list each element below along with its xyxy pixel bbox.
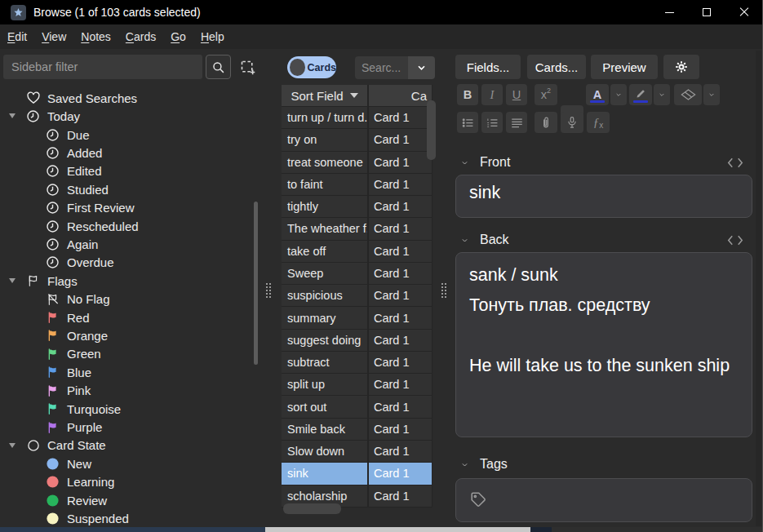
expand-arrow-icon[interactable] (9, 278, 16, 283)
tags-section-header[interactable]: Tags (455, 455, 752, 473)
bottom-hscrollbar-thumb[interactable] (265, 527, 530, 532)
card-search-input[interactable] (355, 56, 408, 79)
back-section-header[interactable]: Back (455, 231, 752, 249)
sidebar-item-no-flag[interactable]: No Flag (0, 290, 263, 308)
sidebar-filter-input[interactable] (3, 55, 202, 79)
sidebar-item-green[interactable]: Green (0, 345, 263, 363)
sidebar-item-edited[interactable]: Edited (0, 162, 263, 180)
column-header-sort-field[interactable]: Sort Field (282, 85, 367, 106)
sidebar-item-first-review[interactable]: First Review (0, 198, 263, 216)
remove-formatting-dropdown[interactable] (703, 84, 720, 105)
preview-button[interactable]: Preview (591, 55, 658, 79)
menu-notes[interactable]: Notes (81, 30, 111, 43)
fields-button[interactable]: Fields... (455, 55, 521, 79)
sidebar-item-card-state[interactable]: Card State (0, 437, 263, 454)
maximize-button[interactable] (688, 0, 725, 24)
menu-go[interactable]: Go (171, 30, 186, 43)
table-row[interactable]: Slow downCard 1 (282, 441, 433, 462)
sidebar-multiselect-button[interactable] (236, 56, 259, 78)
text-color-dropdown[interactable] (610, 84, 627, 105)
sidebar-item-orange[interactable]: Orange (0, 326, 263, 344)
table-row[interactable]: summaryCard 1 (282, 307, 433, 328)
back-field[interactable]: sank / sunkТонуть плав. средству He will… (455, 252, 752, 437)
minimize-button[interactable] (650, 0, 688, 24)
sidebar-item-due[interactable]: Due (0, 126, 263, 144)
highlight-dropdown[interactable] (654, 84, 670, 105)
sidebar-item-again[interactable]: Again (0, 235, 263, 253)
collapse-chevron-icon[interactable] (460, 159, 469, 166)
table-row[interactable]: tightlyCard 1 (282, 196, 433, 217)
table-row[interactable]: suspiciousCard 1 (282, 285, 433, 306)
sidebar-item-suspended[interactable]: Suspended (0, 509, 263, 526)
sidebar-item-today[interactable]: Today (0, 107, 263, 125)
sidebar-item-turquoise[interactable]: Turquoise (0, 400, 263, 418)
splitter-right[interactable] (438, 49, 450, 526)
search-history-dropdown[interactable] (408, 56, 435, 79)
expand-arrow-icon[interactable] (9, 113, 16, 118)
column-header-card[interactable]: Ca (369, 85, 432, 106)
menu-cards[interactable]: Cards (126, 30, 156, 43)
tags-field[interactable] (455, 478, 752, 522)
cards-notes-toggle[interactable]: Cards (287, 56, 336, 78)
html-editor-icon[interactable] (726, 157, 744, 169)
menu-edit[interactable]: Edit (7, 30, 27, 43)
sidebar-item-purple[interactable]: Purple (0, 418, 263, 436)
sidebar-item-learning[interactable]: Learning (0, 473, 263, 491)
table-horizontal-scrollbar[interactable] (283, 503, 341, 514)
sidebar-item-added[interactable]: Added (0, 144, 263, 162)
bottom-hscrollbar-track[interactable] (552, 527, 763, 532)
sidebar-item-rescheduled[interactable]: Rescheduled (0, 217, 263, 235)
table-row[interactable]: subtractCard 1 (282, 352, 433, 373)
record-audio-button[interactable] (561, 112, 583, 133)
sidebar-item-new[interactable]: New (0, 454, 263, 472)
highlight-button[interactable] (629, 84, 652, 105)
attachment-button[interactable] (535, 112, 557, 133)
table-row[interactable]: turn up / turn d...Card 1 (282, 107, 433, 128)
table-row[interactable]: try onCard 1 (282, 129, 433, 150)
sidebar-item-review[interactable]: Review (0, 491, 263, 509)
sidebar-search-button[interactable] (206, 55, 231, 79)
table-row[interactable]: split upCard 1 (282, 374, 433, 395)
sidebar-item-red[interactable]: Red (0, 308, 263, 326)
text-color-button[interactable]: A (586, 84, 609, 105)
front-field[interactable]: sink (455, 175, 752, 218)
sidebar-item-overdue[interactable]: Overdue (0, 254, 263, 272)
splitter-left[interactable] (263, 49, 274, 526)
menu-help[interactable]: Help (201, 30, 224, 43)
table-row[interactable]: Smile backCard 1 (282, 419, 433, 440)
editor-scrollbar-track[interactable] (756, 51, 761, 526)
table-row[interactable]: suggest doingCard 1 (282, 330, 433, 351)
bullet-list-button[interactable] (457, 112, 478, 133)
table-row[interactable]: sort outCard 1 (282, 396, 433, 417)
table-row[interactable]: The wheather f...Card 1 (282, 218, 433, 239)
editor-settings-button[interactable] (663, 55, 699, 79)
table-row[interactable]: sinkCard 1 (282, 463, 433, 484)
bold-button[interactable]: B (457, 84, 478, 105)
justify-button[interactable] (506, 112, 527, 133)
collapse-chevron-icon[interactable] (460, 461, 469, 468)
underline-button[interactable]: U (506, 84, 527, 105)
table-row[interactable]: SweepCard 1 (282, 263, 433, 284)
table-vertical-scrollbar[interactable] (427, 100, 436, 160)
sidebar-scrollbar[interactable] (254, 202, 258, 365)
numbered-list-button[interactable] (481, 112, 503, 133)
collapse-chevron-icon[interactable] (460, 237, 469, 244)
table-row[interactable]: take offCard 1 (282, 241, 433, 262)
cards-button[interactable]: Cards... (527, 55, 586, 79)
table-row[interactable]: treat someoneCard 1 (282, 152, 433, 173)
front-section-header[interactable]: Front (455, 153, 752, 171)
sidebar-item-saved-searches[interactable]: Saved Searches (0, 89, 263, 107)
remove-formatting-button[interactable] (674, 84, 702, 105)
expand-arrow-icon[interactable] (9, 443, 16, 448)
sidebar-item-studied[interactable]: Studied (0, 180, 263, 198)
equation-button[interactable]: ƒx (587, 112, 610, 133)
sidebar-item-pink[interactable]: Pink (0, 382, 263, 400)
sidebar-item-flags[interactable]: Flags (0, 272, 263, 290)
italic-button[interactable]: I (481, 84, 503, 105)
superscript-button[interactable]: x2 (535, 84, 557, 105)
menu-view[interactable]: View (42, 30, 66, 43)
table-row[interactable]: to faintCard 1 (282, 174, 433, 195)
html-editor-icon[interactable] (726, 234, 744, 246)
close-button[interactable] (725, 0, 763, 24)
sidebar-item-blue[interactable]: Blue (0, 363, 263, 381)
